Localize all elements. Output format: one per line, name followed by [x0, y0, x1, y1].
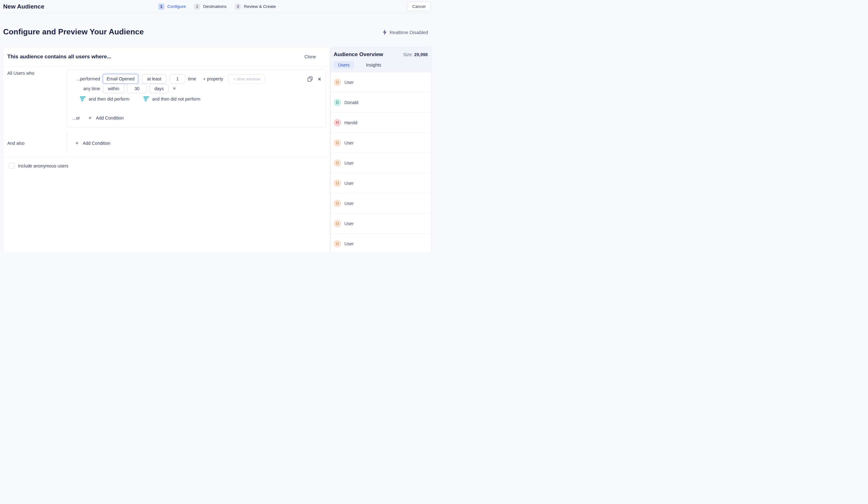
then-did-not-perform-button[interactable]: and then did not perform [143, 96, 200, 102]
add-property-button[interactable]: + property [203, 76, 223, 81]
anonymous-users-row: Include anonymous users [9, 163, 69, 169]
or-label: ...or [72, 115, 80, 120]
avatar: D [334, 99, 341, 106]
event-select[interactable]: Email Opened [103, 74, 138, 84]
or-add-condition-button[interactable]: Add Condition [96, 115, 124, 120]
window-count-input[interactable] [127, 84, 147, 93]
audience-size: Size: 29,998 [403, 52, 428, 57]
plus-icon: + [89, 115, 92, 121]
user-name: User [344, 221, 354, 226]
step-number-badge: 3 [235, 3, 241, 10]
top-bar: New Audience 1 Configure 2 Destinations … [0, 0, 434, 13]
avatar: U [334, 220, 341, 228]
add-condition-label: Add Condition [83, 141, 111, 146]
step-label: Configure [167, 4, 186, 9]
avatar: H [334, 119, 341, 126]
builder-header: This audience contains all users where..… [3, 47, 330, 66]
wizard-step[interactable]: 1 Configure [158, 3, 186, 10]
user-list: U User D Donald H Harold U User U User [331, 72, 431, 252]
user-row[interactable]: U User [331, 72, 431, 92]
step-number-badge: 1 [158, 3, 164, 10]
or-add-condition-row: ...or + Add Condition [67, 113, 326, 123]
any-time-label: any time [67, 86, 100, 91]
avatar: U [334, 240, 341, 248]
user-row[interactable]: U User [331, 193, 431, 213]
overview-header: Audience Overview Size: 29,998 Users Ins… [331, 47, 431, 72]
audience-builder-card: This audience contains all users where..… [3, 47, 330, 252]
size-value: 29,998 [414, 52, 428, 57]
include-anonymous-checkbox[interactable] [9, 163, 15, 169]
funnel-filter-icon [80, 96, 86, 101]
and-also-add-condition-button[interactable]: + Add Condition [75, 139, 111, 147]
operator-select[interactable]: at least [142, 74, 166, 84]
wizard-step[interactable]: 3 Review & Create [235, 3, 276, 10]
user-name: User [344, 160, 354, 166]
lightning-bolt-icon [383, 29, 387, 35]
performed-label: ...performed [67, 76, 100, 81]
and-also-label: And also [7, 141, 24, 146]
window-operator-select[interactable]: within [103, 84, 124, 93]
user-name: User [344, 241, 354, 246]
user-name: User [344, 181, 354, 186]
user-name: Donald [344, 100, 358, 105]
user-row[interactable]: U User [331, 153, 431, 173]
count-unit-label: time [188, 76, 196, 81]
duplicate-condition-icon[interactable] [308, 76, 313, 82]
event-condition-row: ...performed Email Opened at least time … [67, 74, 326, 84]
overview-tab[interactable]: Insights [362, 61, 386, 69]
horizontal-divider [3, 157, 330, 157]
avatar: U [334, 179, 341, 187]
realtime-status: Realtime Disabled [383, 29, 428, 35]
condition-row-actions: ✕ [308, 76, 321, 82]
user-name: Harold [344, 120, 357, 125]
funnel-filter-icon [143, 96, 149, 101]
plus-icon: + [75, 140, 79, 146]
user-name: User [344, 80, 354, 85]
step-label: Destinations [203, 4, 226, 9]
page-heading: Configure and Preview Your Audience [3, 28, 144, 36]
condition-group: ...performed Email Opened at least time … [66, 70, 326, 127]
size-label: Size: [403, 52, 413, 57]
avatar: U [334, 200, 341, 207]
user-name: User [344, 201, 354, 206]
time-window-input[interactable] [228, 74, 265, 84]
user-row[interactable]: U User [331, 213, 431, 234]
user-row[interactable]: U User [331, 173, 431, 193]
step-label: Review & Create [244, 4, 276, 9]
section-divider [66, 133, 67, 154]
page-title: New Audience [3, 3, 44, 10]
step-number-badge: 2 [194, 3, 200, 10]
user-row[interactable]: U User [331, 133, 431, 153]
avatar: U [334, 139, 341, 147]
overview-tab[interactable]: Users [334, 61, 354, 69]
user-name: User [344, 140, 354, 145]
overview-title: Audience Overview [334, 51, 383, 58]
clone-button[interactable]: Clone [304, 54, 316, 59]
user-row[interactable]: H Harold [331, 113, 431, 133]
user-row[interactable]: U User [331, 234, 431, 252]
then-did-not-perform-label: and then did not perform [152, 96, 200, 102]
avatar: U [334, 159, 341, 167]
count-input[interactable] [169, 74, 185, 84]
wizard-steps: 1 Configure 2 Destinations 3 Review & Cr… [158, 0, 276, 13]
then-did-perform-button[interactable]: and then did perform [80, 96, 130, 102]
builder-card-title: This audience contains all users where..… [7, 54, 111, 60]
user-row[interactable]: D Donald [331, 92, 431, 113]
window-unit-select[interactable]: days [149, 84, 168, 93]
sequence-options-row: and then did perform and then did not pe… [67, 96, 326, 102]
avatar: U [334, 78, 341, 86]
audience-overview-panel: Audience Overview Size: 29,998 Users Ins… [330, 47, 432, 252]
wizard-step[interactable]: 2 Destinations [194, 3, 226, 10]
cancel-button[interactable]: Cancel [407, 2, 431, 11]
then-did-perform-label: and then did perform [89, 96, 130, 102]
time-window-row: any time within days ✕ [67, 84, 326, 93]
all-users-who-label: All Users who [7, 71, 34, 76]
realtime-status-label: Realtime Disabled [390, 30, 428, 35]
overview-tabs: Users Insights [334, 61, 386, 69]
include-anonymous-label: Include anonymous users [18, 164, 69, 168]
